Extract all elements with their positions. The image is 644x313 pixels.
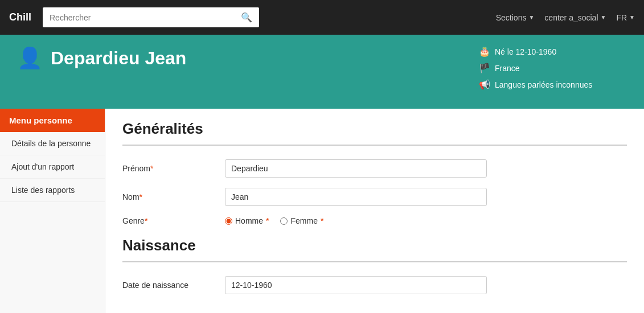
birthdate-field-label: Date de naissance: [122, 281, 225, 290]
lang-chevron-icon: ▼: [629, 14, 635, 20]
genre-homme-required: *: [266, 216, 269, 225]
generalites-divider: [122, 145, 627, 146]
birthdate-item: 🎂 Né le 12-10-1960: [479, 46, 627, 57]
naissance-section: Naissance Date de naissance: [122, 237, 627, 294]
center-dropdown[interactable]: center a_social ▼: [544, 13, 606, 22]
sections-dropdown[interactable]: Sections ▼: [496, 13, 535, 22]
genre-femme-radio[interactable]: [280, 217, 288, 225]
person-meta: 🎂 Né le 12-10-1960 🏴 France 📢 Langues pa…: [479, 46, 627, 90]
person-icon: 👤: [17, 46, 43, 70]
country-item: 🏴 France: [479, 63, 627, 73]
genre-femme-required: *: [321, 216, 323, 225]
prenom-row: Prénom*: [122, 159, 627, 178]
search-input[interactable]: [44, 10, 235, 26]
sidebar-item-liste[interactable]: Liste des rapports: [0, 179, 105, 202]
nom-required: *: [140, 192, 142, 201]
sections-label: Sections: [496, 13, 527, 22]
naissance-divider: [122, 261, 627, 262]
prenom-required: *: [150, 164, 153, 173]
person-banner: 👤 Depardieu Jean 🎂 Né le 12-10-1960 🏴 Fr…: [0, 35, 644, 109]
person-name: Depardieu Jean: [51, 48, 186, 69]
genre-label: Genre*: [122, 216, 225, 225]
nom-input[interactable]: [225, 188, 487, 206]
lang-label: FR: [616, 13, 627, 22]
sections-chevron-icon: ▼: [528, 14, 534, 20]
country-label: France: [495, 64, 520, 73]
sidebar-item-details[interactable]: Détails de la personne: [0, 132, 105, 155]
genre-femme-option[interactable]: Femme*: [280, 216, 323, 225]
naissance-title: Naissance: [122, 237, 627, 254]
generalites-section: Généralités Prénom* Nom* Genre*: [122, 120, 627, 225]
main-container: Menu personne Détails de la personne Ajo…: [0, 109, 644, 313]
brand-link[interactable]: Chill: [9, 11, 31, 23]
navbar: Chill 🔍 Sections ▼ center a_social ▼ FR …: [0, 0, 644, 35]
nom-label: Nom*: [122, 192, 225, 201]
sidebar-item-ajout[interactable]: Ajout d'un rapport: [0, 155, 105, 179]
sidebar-menu-header: Menu personne: [0, 109, 105, 132]
languages-label: Langues parlées inconnues: [495, 80, 592, 89]
generalites-title: Généralités: [122, 120, 627, 138]
prenom-input[interactable]: [225, 159, 487, 178]
content-area: Généralités Prénom* Nom* Genre*: [105, 109, 644, 313]
nom-row: Nom*: [122, 188, 627, 206]
prenom-label: Prénom*: [122, 164, 225, 173]
birthdate-label: Né le 12-10-1960: [495, 47, 556, 56]
genre-required: *: [145, 216, 147, 225]
search-bar: 🔍: [43, 7, 259, 27]
genre-homme-radio[interactable]: [225, 217, 232, 225]
genre-row: Genre* Homme* Femme*: [122, 216, 627, 225]
languages-item: 📢 Langues parlées inconnues: [479, 79, 627, 90]
sidebar: Menu personne Détails de la personne Ajo…: [0, 109, 105, 313]
birthdate-icon: 🎂: [479, 46, 490, 57]
search-button[interactable]: 🔍: [235, 9, 258, 26]
genre-homme-option[interactable]: Homme*: [225, 216, 269, 225]
lang-dropdown[interactable]: FR ▼: [616, 13, 635, 22]
genre-radio-group: Homme* Femme*: [225, 216, 323, 225]
navbar-right: Sections ▼ center a_social ▼ FR ▼: [496, 13, 635, 22]
center-chevron-icon: ▼: [601, 14, 606, 20]
birthdate-input[interactable]: [225, 276, 487, 294]
birthdate-row: Date de naissance: [122, 276, 627, 294]
languages-icon: 📢: [479, 79, 490, 90]
person-name-block: 👤 Depardieu Jean: [17, 46, 479, 70]
country-icon: 🏴: [479, 63, 490, 73]
center-label: center a_social: [544, 13, 598, 22]
